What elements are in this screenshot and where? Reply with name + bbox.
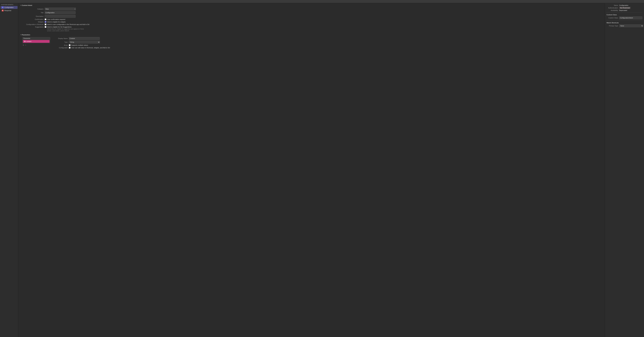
configurable-shortcuts-label: Configurable in Shortcuts (22, 23, 45, 25)
parameter-list-header: Parameter (22, 37, 50, 40)
right-availability-row: Availability Deprecated (606, 9, 642, 11)
category-select-wrapper: View (45, 7, 76, 10)
right-custom-class-row: Custom Class (606, 16, 642, 19)
custom-intent-form: Category View Title Description Confirma (22, 7, 602, 32)
parameter-detail: Display Name Type String (55, 37, 110, 48)
suggestions-hint: Intents that are eligible for suggestion… (47, 28, 86, 32)
sidebar-item-configuration[interactable]: I Configuration (0, 6, 18, 9)
right-panel: Name Configuration Authentication Not Re… (605, 3, 644, 337)
badge-r-icon: R (2, 9, 4, 11)
widgets-checkbox[interactable] (45, 21, 46, 23)
sidebar-item-label-response: Response (4, 10, 11, 11)
parameters-chevron-icon[interactable]: ▾ (20, 34, 21, 35)
widgets-text: Intent is eligible for widgets (47, 21, 66, 23)
right-primary-type-select-wrapper: None (619, 24, 643, 27)
param-array-checkbox[interactable] (69, 44, 70, 46)
param-configurable-label: Configurable (55, 47, 69, 48)
param-item-label: content (26, 40, 31, 42)
configurable-shortcuts-row: Configurable in Shortcuts Intent is user… (22, 23, 602, 25)
param-configurable-text: User can edit value in Shortcuts, widget… (71, 47, 110, 48)
configurable-shortcuts-checkbox-row: Intent is user-configurable in the Short… (45, 23, 90, 25)
category-select[interactable]: View (45, 7, 76, 10)
widgets-checkbox-row: Intent is eligible for widgets (45, 21, 66, 23)
remove-parameter-button[interactable]: − (25, 44, 26, 46)
custom-intent-title: Custom Intent (22, 4, 32, 6)
param-configurable-checkbox-row: User can edit value in Shortcuts, widget… (69, 47, 110, 48)
top-bar (0, 0, 644, 3)
right-availability-label: Availability (606, 9, 619, 11)
param-configurable-row: Configurable User can edit value in Shor… (55, 47, 110, 48)
right-authentication-row: Authentication Not Restricted (606, 7, 642, 9)
right-divider-2 (606, 20, 642, 20)
suggestions-checkbox[interactable] (45, 26, 46, 28)
custom-intent-section-header: ▾ Custom Intent (20, 4, 602, 6)
right-primary-type-label: Primary Type (606, 25, 619, 27)
confirmation-row: Confirmation User confirmation required (22, 18, 602, 20)
parameters-section: Parameter S content + − Display Nam (22, 37, 602, 48)
right-primary-type-row: Primary Type None (606, 24, 642, 27)
sidebar-item-label-configuration: Configuration (4, 6, 14, 8)
title-label: Title (22, 12, 45, 13)
main-layout: CUSTOM INTENTS I Configuration R Respons… (0, 3, 644, 337)
right-authentication-label: Authentication (606, 7, 619, 9)
parameter-list-container: Parameter S content + − (22, 37, 50, 46)
content-area: ▾ Custom Intent Category View Title Des (18, 3, 605, 337)
confirmation-checkbox[interactable] (45, 18, 46, 20)
right-watch-shortcuts-title: Watch Shortcuts (606, 22, 642, 23)
param-type-select-wrapper: String (69, 41, 100, 43)
chevron-down-icon[interactable]: ▾ (20, 5, 21, 6)
right-name-label: Name (606, 4, 619, 6)
configurable-shortcuts-text: Intent is user-configurable in the Short… (47, 23, 90, 25)
param-array-text: Supports multiple values (71, 44, 88, 46)
param-type-row: Type String (55, 41, 110, 43)
suggestions-row: Suggestions Intent is eligible for Siri … (22, 26, 602, 32)
sidebar-header: CUSTOM INTENTS (0, 3, 18, 6)
parameters-title: Parameters (22, 34, 30, 36)
right-name-row: Name Configuration (606, 4, 642, 6)
param-badge-s: S (24, 41, 26, 42)
suggestions-text: Intent is eligible for Siri Suggestions (47, 26, 72, 28)
right-name-value: Configuration (619, 4, 628, 6)
right-custom-class-label: Custom Class (606, 17, 619, 19)
suggestions-content: Intent is eligible for Siri Suggestions … (45, 26, 86, 32)
sidebar-item-response[interactable]: R Response (0, 9, 18, 12)
right-primary-type-select[interactable]: None (619, 24, 643, 27)
title-row: Title (22, 11, 602, 14)
param-configurable-checkbox[interactable] (69, 47, 70, 48)
category-label: Category (22, 8, 45, 10)
parameter-list: Parameter S content (22, 37, 50, 43)
confirmation-label: Confirmation (22, 18, 45, 20)
description-input[interactable] (45, 15, 76, 18)
right-authentication-value: Not Restricted (619, 7, 631, 9)
confirmation-checkbox-row: User confirmation required (45, 18, 65, 20)
param-array-checkbox-row: Supports multiple values (69, 44, 88, 46)
suggestions-label: Suggestions (22, 26, 45, 28)
confirmation-text: User confirmation required (47, 18, 65, 20)
configurable-shortcuts-checkbox[interactable] (45, 23, 46, 25)
param-display-name-input[interactable] (69, 37, 100, 40)
right-divider-1 (606, 12, 642, 12)
param-display-name-label: Display Name (55, 38, 69, 39)
parameters-section-header: ▾ Parameters (20, 34, 602, 36)
suggestions-checkbox-row: Intent is eligible for Siri Suggestions (45, 26, 86, 28)
right-custom-class-title: Custom Class (606, 14, 642, 15)
add-parameter-button[interactable]: + (23, 44, 24, 46)
param-array-label: Array (55, 44, 69, 46)
widgets-row: Widgets Intent is eligible for widgets (22, 21, 602, 23)
widgets-label: Widgets (22, 21, 45, 23)
right-custom-class-input[interactable] (619, 16, 642, 19)
parameter-controls: + − (22, 44, 50, 46)
param-display-name-row: Display Name (55, 37, 110, 40)
title-input[interactable] (45, 11, 76, 14)
description-row: Description (22, 15, 602, 18)
param-array-row: Array Supports multiple values (55, 44, 110, 46)
badge-i-icon: I (2, 6, 4, 8)
params-layout: Parameter S content + − Display Nam (22, 37, 602, 48)
param-type-label: Type (55, 41, 69, 43)
param-type-select[interactable]: String (69, 41, 100, 43)
parameter-item-content[interactable]: S content (23, 40, 50, 43)
category-row: Category View (22, 7, 602, 10)
right-availability-value: Deprecated (619, 9, 627, 11)
description-label: Description (22, 15, 45, 17)
sidebar: CUSTOM INTENTS I Configuration R Respons… (0, 3, 18, 337)
